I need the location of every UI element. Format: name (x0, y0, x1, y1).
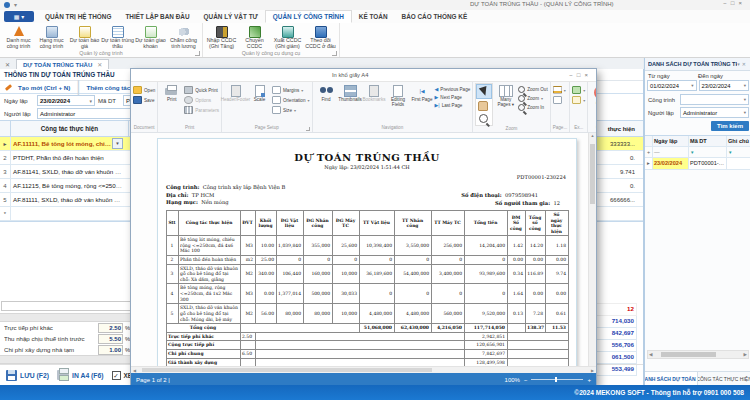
zoom-in-icon[interactable]: + (587, 377, 591, 383)
nguoi-lap-filter-input[interactable]: Administrator▾ (680, 107, 749, 118)
thu-nhap-chiu-thue-input[interactable]: 5.50 (98, 334, 123, 344)
horizontal-scrollbar[interactable]: ◀▶ (647, 350, 749, 359)
dialog-window-controls[interactable]: −□× (569, 72, 596, 78)
col-ma-dt[interactable]: Mã DT (689, 136, 727, 146)
editing-fields-button[interactable]: Editing Fields (387, 83, 410, 107)
result-row[interactable]: ▸ 23/02/2024 PDT00001-230224 (645, 158, 750, 170)
tab-thiet-lap-ban-dau[interactable]: THIẾT LẬP BAN ĐẦU (118, 10, 196, 23)
vertical-scrollbar[interactable]: ▲ (588, 133, 596, 366)
thumbnails-button[interactable]: Thumbnails (339, 83, 362, 102)
close-icon[interactable]: ✕ (742, 61, 748, 67)
group-launcher-icon[interactable] (195, 51, 200, 56)
margins-button[interactable]: Margins▾ (272, 86, 310, 94)
truc-tiep-phi-input[interactable]: 2.50 (98, 323, 123, 333)
find-button[interactable]: Find (315, 83, 338, 102)
du-toan-giao-khoan-button[interactable]: Dự toán giao khoán (134, 24, 167, 50)
watermark-button[interactable] (553, 96, 566, 104)
tim-kiem-button[interactable]: Tìm kiếm (711, 121, 749, 131)
zoom-out-button[interactable]: Zoom Out (518, 86, 547, 93)
print-a4-button[interactable]: IN A4 (F6) (57, 370, 103, 380)
ngay-lap-input[interactable]: 23/02/2024▾ (37, 95, 95, 106)
open-button[interactable]: Open (133, 86, 155, 94)
last-page-button[interactable]: ▶|Last Page (435, 102, 471, 108)
previous-page-button[interactable]: ◀Previous Page (435, 86, 471, 92)
tab-du-toan-trung-thau[interactable]: DỰ TOÁN TRÚNG THẦU ✕ (16, 59, 109, 69)
tu-ngay-input[interactable]: 01/02/2024▾ (647, 80, 697, 91)
export-icon (572, 86, 581, 94)
task-grid-header[interactable]: Công tác thực hiện (11, 121, 129, 136)
first-page-button[interactable]: |◀First Page (411, 83, 434, 102)
col-ghi-chu[interactable]: Ghi chú (727, 138, 750, 144)
doc-table-cell: 340.00 (255, 264, 276, 284)
tab-quan-ly-cong-trinh[interactable]: QUẢN LÝ CÔNG TRÌNH (265, 10, 352, 23)
print-button[interactable]: Print (160, 83, 183, 102)
save-button[interactable]: Save (133, 96, 155, 104)
page-color-button[interactable]: ▾ (553, 86, 566, 94)
window-controls[interactable]: −□× (723, 0, 746, 6)
tab-quan-tri-he-thong[interactable]: QUẢN TRỊ HỆ THỐNG (38, 10, 118, 23)
doc-table-cell: 0 (464, 255, 507, 264)
group-launcher-icon[interactable] (332, 51, 337, 56)
hand-tool-button[interactable] (476, 99, 490, 112)
many-pages-button[interactable]: Many Pages ▾ (494, 83, 517, 107)
scale-button[interactable]: Scale (248, 83, 271, 102)
building-icon (45, 25, 58, 37)
orientation-button[interactable]: Orientation▾ (272, 96, 310, 104)
tab-ke-toan[interactable]: KẾ TOÁN (352, 10, 395, 23)
quick-print-button[interactable]: Quick Print (184, 86, 219, 94)
size-button[interactable]: Size▾ (272, 106, 310, 114)
du-toan-trung-thau-button[interactable]: Dự toán trúng thầu (101, 24, 134, 50)
combo-dropdown-button[interactable]: ▼ (112, 138, 123, 149)
horizontal-scrollbar[interactable]: ◀▶ (131, 366, 596, 373)
tab-bao-cao-thong-ke[interactable]: BÁO CÁO THỐNG KÊ (395, 10, 475, 23)
send-email-button[interactable]: ▾ (572, 96, 585, 104)
save-button[interactable]: LƯU (F2) (6, 370, 49, 381)
den-ngay-input[interactable]: 23/02/2024▾ (699, 80, 749, 91)
panel-title: DANH SÁCH DỰ TOÁN TRÚNG THẦU (648, 61, 737, 67)
doc-table-cell: 25.00 (255, 255, 276, 264)
hang-muc-cong-trinh-button[interactable]: Hạng mục công trình (35, 24, 68, 50)
many-pages-icon (499, 85, 513, 97)
doc-table-cell: 0 (464, 284, 507, 304)
col-ngay-lap[interactable]: Ngày lập (653, 136, 689, 146)
export-document-button[interactable]: ▾ (572, 86, 585, 94)
xuat-ccdc-button[interactable]: Xuất CCDC (Ghi giảm) (271, 24, 304, 50)
nhap-ccdc-button[interactable]: Nhập CCDC (Ghi Tăng) (205, 24, 238, 50)
close-preview-button[interactable]: × Close (590, 83, 596, 106)
filter-funnel-icon[interactable]: ▼ (728, 150, 732, 155)
doc-table-cell: M3 (240, 236, 255, 256)
zoom-out-icon[interactable]: − (524, 377, 528, 383)
tab-cong-tac-thuc-hien[interactable]: CÔNG TÁC THỰC HIỆN (698, 372, 750, 385)
zoom-button[interactable]: Zoom▾ (518, 95, 547, 102)
filter-funnel-icon[interactable]: ▼ (690, 150, 694, 155)
danh-muc-cong-trinh-button[interactable]: Danh mục công trình (2, 24, 35, 50)
app-menu-button[interactable]: ▦ ▾ (4, 11, 34, 22)
chi-phi-nha-tam-input[interactable]: 1.00 (98, 345, 123, 355)
close-tab-icon[interactable]: ✕ (5, 61, 10, 68)
cham-cong-tinh-luong-button[interactable]: Chấm công tính lương (167, 24, 200, 50)
nguoi-lap-label: Người lập (648, 110, 678, 116)
zoom-in-button[interactable]: Zoom In (518, 104, 547, 111)
quick-access-arrow-icon[interactable]: ▾ (14, 1, 17, 8)
window-title: DỰ TOÁN TRÚNG THẦU - (QUẢN LÝ CÔNG TRÌNH… (470, 1, 614, 7)
zoom-slider[interactable] (531, 379, 583, 380)
preview-canvas[interactable]: DỰ TOÁN TRÚNG THẦU Ngày lập: 23/02/2024 … (131, 133, 596, 366)
doc-table-cell: 1,039,840 (276, 236, 303, 256)
ngay-lap-label: Ngày lập (4, 98, 34, 104)
tao-moi-link[interactable]: Tạo mới (Ctrl + N) (18, 84, 70, 91)
filter-row[interactable]: + — ▼ ▼ (645, 147, 750, 158)
du-toan-bao-gia-button[interactable]: Dự toán báo giá (68, 24, 101, 50)
chuyen-ccdc-button[interactable]: Chuyển CCDC (238, 24, 271, 50)
empty-field[interactable] (1, 301, 143, 311)
zoom-region-button[interactable] (476, 112, 490, 125)
cong-trinh-input[interactable]: ▾ (680, 94, 749, 105)
header-footer-button[interactable]: Header/Footer (224, 83, 247, 102)
next-page-button[interactable]: ▶Next Page (435, 94, 471, 100)
fee-row: Giá thành xây dựng 128,499,598 (166, 358, 568, 366)
close-tab-icon[interactable]: ✕ (97, 61, 102, 68)
tab-danh-sach-du-toan[interactable]: DANH SÁCH DỰ TOÁN ... (645, 372, 698, 385)
theo-doi-ccdc-button[interactable]: Theo dõi CCDC ở đâu (304, 24, 337, 50)
pointer-tool-button[interactable] (476, 84, 492, 99)
group-label: Quản lý công trình (2, 50, 200, 57)
tab-quan-ly-vat-tu[interactable]: QUẢN LÝ VẬT TƯ (197, 10, 265, 23)
